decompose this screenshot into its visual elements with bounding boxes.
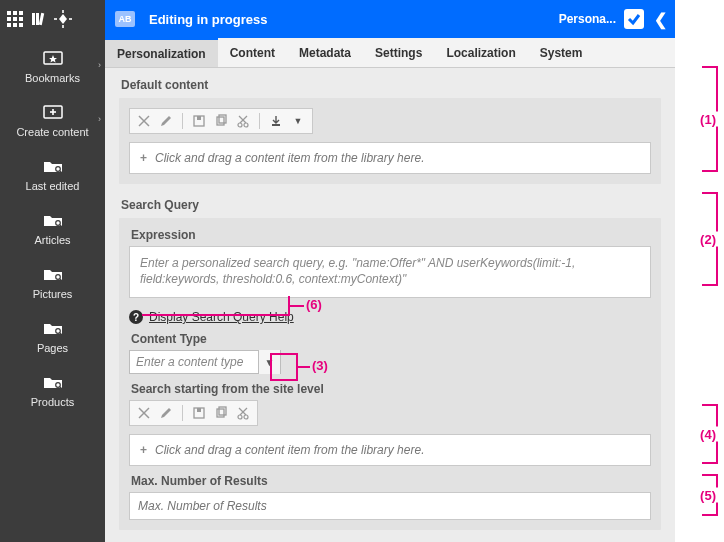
svg-point-49 [238, 415, 242, 419]
svg-point-38 [238, 123, 242, 127]
page-title: Editing in progress [149, 12, 559, 27]
sidebar-item-products[interactable]: Products [0, 362, 105, 416]
tabstrip: Personalization Content Metadata Setting… [105, 38, 675, 68]
svg-point-39 [244, 123, 248, 127]
annotation-bracket-2: (2) [696, 192, 718, 286]
svg-rect-6 [7, 23, 11, 27]
library-icon[interactable] [30, 10, 48, 28]
cut-icon[interactable] [235, 113, 251, 129]
svg-rect-14 [62, 25, 64, 28]
svg-rect-15 [54, 18, 57, 20]
annotation-bracket-4: (4) [696, 404, 718, 464]
annotation-box-6 [142, 296, 290, 316]
svg-rect-47 [217, 409, 224, 417]
approve-button[interactable] [624, 9, 644, 29]
search-query-label: Search Query [121, 198, 661, 212]
plus-icon: + [140, 443, 147, 457]
svg-rect-37 [219, 115, 226, 123]
insert-icon[interactable] [268, 113, 284, 129]
annotation-box-3 [270, 353, 298, 381]
copy-icon[interactable] [213, 405, 229, 421]
folder-search-icon [40, 372, 66, 392]
sidebar-item-label: Pictures [33, 288, 73, 300]
svg-rect-46 [197, 408, 201, 412]
sidebar-item-label: Create content [16, 126, 88, 138]
svg-rect-0 [7, 11, 11, 15]
sidebar-item-bookmarks[interactable]: Bookmarks › [0, 38, 105, 92]
svg-marker-12 [59, 14, 67, 24]
target-icon[interactable] [54, 10, 72, 28]
folder-search-icon [40, 318, 66, 338]
create-content-icon [40, 102, 66, 122]
sidebar-item-create-content[interactable]: Create content › [0, 92, 105, 146]
svg-rect-5 [19, 17, 23, 21]
annotation-label-3: (3) [312, 358, 328, 373]
svg-rect-9 [32, 13, 35, 25]
folder-search-icon [40, 264, 66, 284]
sidebar-item-label: Last edited [26, 180, 80, 192]
site-level-label: Search starting from the site level [131, 382, 651, 396]
cut-icon[interactable] [235, 405, 251, 421]
svg-rect-2 [19, 11, 23, 15]
sidebar-item-last-edited[interactable]: Last edited [0, 146, 105, 200]
svg-rect-3 [7, 17, 11, 21]
expression-input[interactable]: Enter a personalized search query, e.g. … [129, 246, 651, 298]
site-level-dropzone[interactable]: + Click and drag a content item from the… [129, 434, 651, 466]
save-icon[interactable] [191, 113, 207, 129]
search-query-box: Expression Enter a personalized search q… [119, 218, 661, 530]
sidebar-item-articles[interactable]: Articles [0, 200, 105, 254]
sidebar-item-label: Pages [37, 342, 68, 354]
tab-metadata[interactable]: Metadata [287, 38, 363, 67]
help-icon: ? [129, 310, 143, 324]
svg-rect-42 [272, 124, 280, 126]
max-results-label: Max. Number of Results [131, 474, 651, 488]
tab-content[interactable]: Content [218, 38, 287, 67]
svg-rect-36 [217, 117, 224, 125]
svg-rect-4 [13, 17, 17, 21]
dropzone-hint: Click and drag a content item from the l… [155, 151, 424, 165]
tab-personalization[interactable]: Personalization [105, 38, 218, 67]
svg-rect-11 [39, 13, 44, 25]
chevron-down-icon[interactable]: ▼ [290, 113, 306, 129]
max-results-input[interactable] [129, 492, 651, 520]
separator [259, 113, 260, 129]
unlink-icon[interactable] [136, 405, 152, 421]
svg-line-51 [240, 408, 247, 415]
site-level-toolbar [129, 400, 258, 426]
default-content-dropzone[interactable]: + Click and drag a content item from the… [129, 142, 651, 174]
sidebar-item-label: Bookmarks [25, 72, 80, 84]
svg-rect-1 [13, 11, 17, 15]
sidebar-item-pictures[interactable]: Pictures [0, 254, 105, 308]
separator [182, 405, 183, 421]
tab-settings[interactable]: Settings [363, 38, 434, 67]
collapse-icon[interactable]: ❮ [654, 10, 667, 29]
folder-search-icon [40, 156, 66, 176]
svg-marker-18 [49, 55, 57, 63]
topbar: AB Editing in progress Persona... ❮ [105, 0, 675, 38]
unlink-icon[interactable] [136, 113, 152, 129]
annotation-leader-6 [290, 305, 304, 307]
save-icon[interactable] [191, 405, 207, 421]
svg-rect-13 [62, 10, 64, 13]
rail-top [0, 0, 105, 38]
folder-search-icon [40, 210, 66, 230]
bookmarks-icon [40, 48, 66, 68]
svg-rect-35 [197, 116, 201, 120]
apps-icon[interactable] [6, 10, 24, 28]
content-type-text: Enter a content type [130, 355, 258, 369]
svg-rect-8 [19, 23, 23, 27]
sidebar-item-pages[interactable]: Pages [0, 308, 105, 362]
svg-rect-10 [36, 13, 39, 25]
chevron-right-icon: › [98, 114, 101, 124]
default-content-box: ▼ + Click and drag a content item from t… [119, 98, 661, 184]
edit-icon[interactable] [158, 405, 174, 421]
persona-label[interactable]: Persona... [559, 12, 616, 26]
tab-system[interactable]: System [528, 38, 595, 67]
tab-localization[interactable]: Localization [434, 38, 527, 67]
copy-icon[interactable] [213, 113, 229, 129]
content-type-combo[interactable]: Enter a content type ▼ [129, 350, 281, 374]
sidebar-item-label: Articles [34, 234, 70, 246]
content-type-label: Content Type [131, 332, 651, 346]
svg-point-50 [244, 415, 248, 419]
edit-icon[interactable] [158, 113, 174, 129]
